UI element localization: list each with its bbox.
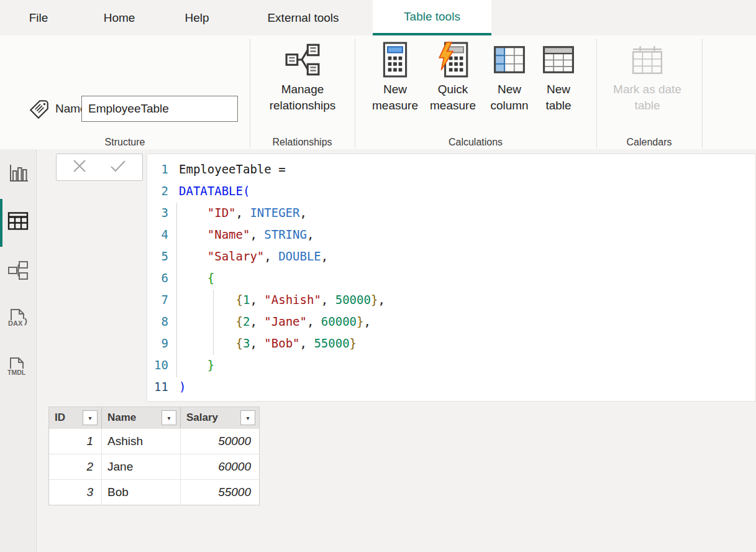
line-number: 1 [147,159,168,180]
manage-relationships-button[interactable]: Manage relationships [255,40,350,134]
sidebar-item-tmdl-view[interactable]: TMDL [0,349,36,387]
line-number: 6 [147,267,168,289]
menu-tab-file[interactable]: File [17,0,60,35]
indent-guide [176,203,177,377]
code-text: { [179,267,214,289]
new-measure-icon [383,40,408,79]
button-label: Manage relationships [255,81,350,114]
code-text: } [179,354,214,376]
column-header[interactable]: ID▾ [49,407,102,428]
group-label-calendars: Calendars [596,136,702,149]
table-cell[interactable]: 3 [49,479,102,505]
button-label: New column [482,81,537,114]
sidebar-item-model-view[interactable] [0,253,36,290]
filter-dropdown-button[interactable]: ▾ [162,410,176,425]
menu-tab-external-tools[interactable]: External tools [247,0,359,35]
code-text: {3, "Bob", 55000} [179,333,357,354]
table-row: 2Jane60000 [49,454,259,479]
new-column-button[interactable]: New column [482,40,537,134]
tmdl-view-icon: TMDL [6,355,30,381]
group-label-structure: Structure [0,136,250,149]
sidebar-item-report-view[interactable] [0,155,36,193]
ribbon-divider [355,39,355,148]
table-cell[interactable]: Ashish [102,428,181,454]
ribbon: Name Structure Manage relationships Rela… [0,35,756,149]
button-label: New table [537,81,580,114]
data-preview-table: ID▾Name▾Salary▾ 1Ashish500002Jane600003B… [48,407,260,505]
powerbi-window: File Home Help External tools Table tool… [0,0,756,552]
menu-tab-home[interactable]: Home [92,0,147,35]
table-cell[interactable]: 60000 [181,454,259,479]
code-line[interactable]: 10 } [147,354,755,376]
code-text: EmployeeTable = [179,159,286,180]
line-number: 4 [147,224,168,246]
menu-tab-help[interactable]: Help [175,0,219,35]
code-text: {2, "Jane", 60000}, [179,311,371,333]
code-line[interactable]: 7 {1, "Ashish", 50000}, [147,289,755,311]
mark-as-date-table-button: Mark as date table [604,40,691,134]
column-header-label: ID [49,412,65,424]
code-text: "Name", STRING, [179,224,314,246]
filter-dropdown-button[interactable]: ▾ [240,410,255,425]
view-switcher-sidebar: DAX TMDL [0,149,37,552]
column-header[interactable]: Salary▾ [181,407,259,428]
ribbon-divider [702,39,703,148]
column-header[interactable]: Name▾ [102,407,181,428]
formula-bar-actions [56,154,143,181]
new-table-button[interactable]: New table [537,40,580,134]
dax-editor-lines: 1EmployeeTable =2DATATABLE(3 "ID", INTEG… [147,159,755,398]
table-cell[interactable]: 1 [49,428,102,454]
model-view-icon [7,260,29,283]
line-number: 2 [147,180,168,202]
sidebar-item-dax-query-view[interactable]: DAX [0,301,36,338]
manage-relationships-icon [285,40,321,79]
code-line[interactable]: 11) [147,376,755,398]
column-header-label: Name [102,412,136,424]
mark-as-date-table-icon [631,40,663,79]
data-table-body: 1Ashish500002Jane600003Bob55000 [49,428,259,505]
commit-formula-button[interactable] [109,159,127,176]
sidebar-item-table-view[interactable] [0,203,36,241]
dax-icon-label: DAX [8,320,23,327]
code-line[interactable]: 4 "Name", STRING, [147,224,755,246]
new-table-icon [542,40,575,79]
dax-query-view-icon: DAX [6,306,30,333]
table-cell[interactable]: 50000 [181,428,259,454]
code-line[interactable]: 3 "ID", INTEGER, [147,202,755,224]
table-row: 3Bob55000 [49,479,259,505]
data-table-header: ID▾Name▾Salary▾ [49,407,259,428]
dax-formula-editor[interactable]: 1EmployeeTable =2DATATABLE(3 "ID", INTEG… [147,154,756,402]
line-number: 3 [147,202,168,224]
line-number: 7 [147,289,168,311]
quick-measure-icon [437,40,468,79]
code-line[interactable]: 1EmployeeTable = [147,159,755,180]
filter-dropdown-button[interactable]: ▾ [83,410,98,425]
menu-tab-table-tools[interactable]: Table tools [373,0,491,35]
group-label-relationships: Relationships [250,136,355,149]
code-line[interactable]: 8 {2, "Jane", 60000}, [147,311,755,333]
code-line[interactable]: 5 "Salary", DOUBLE, [147,246,755,267]
code-text: "Salary", DOUBLE, [179,246,328,267]
ribbon-divider [250,39,250,148]
code-text: ) [179,376,186,398]
line-number: 10 [147,354,168,376]
line-number: 5 [147,246,168,267]
code-line[interactable]: 6 { [147,267,755,289]
ribbon-divider [596,39,597,148]
code-line[interactable]: 9 {3, "Bob", 55000} [147,333,755,354]
button-label: Mark as date table [604,81,691,114]
code-text: "ID", INTEGER, [179,202,307,224]
table-cell[interactable]: Jane [102,454,181,479]
cancel-formula-button[interactable] [72,159,87,176]
table-name-input[interactable] [81,96,238,122]
table-cell[interactable]: 2 [49,454,102,479]
table-row: 1Ashish50000 [49,428,259,454]
button-label: New measure [367,81,423,114]
group-label-calculations: Calculations [355,136,596,149]
line-number: 8 [147,311,168,333]
table-cell[interactable]: 55000 [181,479,259,505]
new-measure-button[interactable]: New measure [367,40,423,134]
table-cell[interactable]: Bob [102,479,181,505]
quick-measure-button[interactable]: Quick measure [425,40,481,134]
code-line[interactable]: 2DATATABLE( [147,180,755,202]
